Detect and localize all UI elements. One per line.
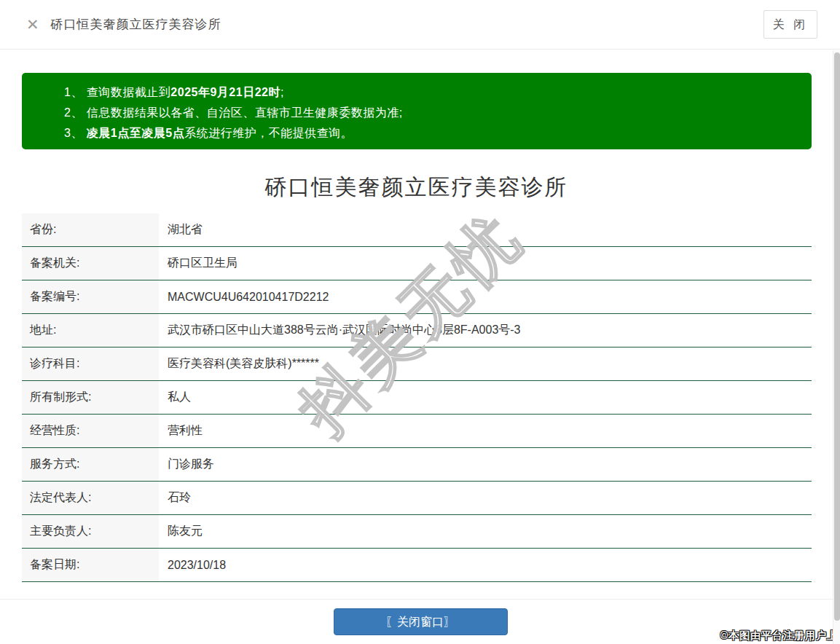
row-value: 2023/10/18 [159, 549, 812, 581]
row-value: MACWCU4U642010417D2212 [159, 280, 812, 313]
page-title: 硚口恒美奢颜立医疗美容诊所 [0, 173, 833, 203]
window-title: 硚口恒美奢颜立医疗美容诊所 [51, 16, 221, 33]
row-value: 硚口区卫生局 [159, 247, 812, 280]
row-label: 诊疗科目: [22, 347, 159, 380]
row-value: 私人 [159, 381, 812, 414]
row-label: 所有制形式: [22, 381, 159, 414]
scrollbar-thumb[interactable] [834, 52, 840, 621]
row-label: 主要负责人: [22, 515, 159, 548]
row-label: 法定代表人: [22, 482, 159, 514]
table-row: 诊疗科目:医疗美容科(美容皮肤科)****** [22, 347, 812, 381]
row-value: 武汉市硚口区中山大道388号云尚·武汉国际时尚中心8层8F-A003号-3 [159, 314, 812, 347]
table-row: 经营性质:营利性 [22, 415, 812, 448]
footer-divider [0, 599, 833, 600]
notice-line: 1、 查询数据截止到2025年9月21日22时; [64, 82, 797, 103]
corner-watermark: ©本图由平台注册用户上传 [721, 629, 840, 643]
row-value: 营利性 [159, 415, 812, 447]
table-row: 所有制形式:私人 [22, 381, 812, 415]
table-row: 服务方式:门诊服务 [22, 448, 812, 482]
row-label: 备案编号: [22, 280, 159, 313]
row-label: 备案日期: [22, 549, 159, 581]
row-value: 医疗美容科(美容皮肤科)****** [159, 347, 812, 380]
table-row: 法定代表人:石玲 [22, 482, 812, 515]
close-x-icon[interactable]: ✕ [26, 17, 39, 32]
notice-line: 3、 凌晨1点至凌晨5点系统进行维护，不能提供查询。 [64, 123, 797, 144]
table-row: 主要负责人:陈友元 [22, 515, 812, 549]
row-label: 省份: [22, 213, 159, 246]
table-row: 省份:湖北省 [22, 213, 812, 247]
notice-line: 2、 信息数据结果以各省、自治区、直辖市卫生健康委数据为准; [64, 103, 797, 123]
table-row: 地址:武汉市硚口区中山大道388号云尚·武汉国际时尚中心8层8F-A003号-3 [22, 314, 812, 347]
row-value: 陈友元 [159, 515, 812, 548]
row-label: 备案机关: [22, 247, 159, 280]
row-value: 湖北省 [159, 213, 812, 246]
row-label: 经营性质: [22, 415, 159, 447]
header-bar: ✕ 硚口恒美奢颜立医疗美容诊所 关 闭 [0, 0, 840, 50]
table-row: 备案编号:MACWCU4U642010417D2212 [22, 280, 812, 314]
table-row: 备案日期:2023/10/18 [22, 549, 812, 582]
table-row: 备案机关:硚口区卫生局 [22, 247, 812, 280]
row-value: 门诊服务 [159, 448, 812, 481]
notice-list: 1、 查询数据截止到2025年9月21日22时;2、 信息数据结果以各省、自治区… [64, 82, 797, 144]
row-label: 地址: [22, 314, 159, 347]
close-button[interactable]: 关 闭 [764, 10, 817, 39]
scrollbar-track[interactable] [833, 50, 840, 644]
notice-banner: 1、 查询数据截止到2025年9月21日22时;2、 信息数据结果以各省、自治区… [22, 73, 812, 149]
row-label: 服务方式: [22, 448, 159, 481]
close-window-button[interactable]: 〖关闭窗口〗 [334, 608, 508, 635]
row-value: 石玲 [159, 482, 812, 514]
record-table: 省份:湖北省备案机关:硚口区卫生局备案编号:MACWCU4U642010417D… [22, 213, 812, 582]
